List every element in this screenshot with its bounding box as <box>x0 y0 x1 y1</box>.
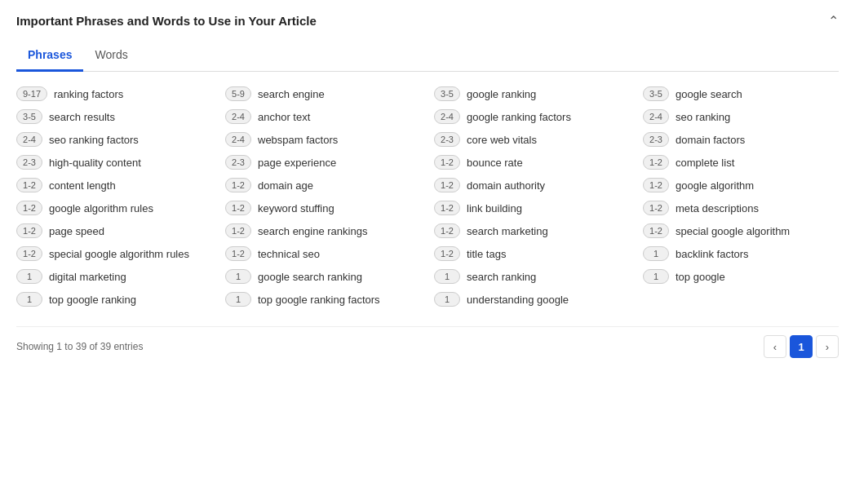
phrase-badge: 2-3 <box>16 155 42 170</box>
phrase-label: domain age <box>258 179 313 192</box>
tab-phrases[interactable]: Phrases <box>16 42 83 72</box>
phrase-badge: 3-5 <box>643 86 669 101</box>
list-item: 1-2complete list <box>643 155 839 170</box>
list-item: 1understanding google <box>434 292 630 307</box>
phrase-label: top google ranking factors <box>258 294 380 306</box>
phrase-badge: 1-2 <box>225 201 251 215</box>
phrase-badge: 1 <box>434 292 460 307</box>
list-item: 3-5search results <box>16 109 212 124</box>
phrase-label: google ranking <box>467 88 536 100</box>
phrase-label: special google algorithm rules <box>49 248 189 260</box>
collapse-icon[interactable]: ⌃ <box>828 13 839 29</box>
list-item: 2-4seo ranking factors <box>16 132 212 147</box>
phrase-label: seo ranking factors <box>49 134 139 146</box>
phrase-badge: 2-3 <box>643 132 669 147</box>
list-item: 9-17ranking factors <box>16 86 212 101</box>
list-item: 1-2content length <box>16 178 212 192</box>
pagination: ‹ 1 › <box>764 335 839 358</box>
phrase-badge: 2-4 <box>225 132 251 147</box>
phrase-label: search engine <box>258 88 325 100</box>
phrase-label: core web vitals <box>467 134 537 146</box>
phrase-label: google algorithm rules <box>49 202 153 214</box>
tab-words[interactable]: Words <box>83 42 139 72</box>
prev-page-button[interactable]: ‹ <box>764 335 786 358</box>
phrase-label: google ranking factors <box>467 111 571 123</box>
phrase-label: top google ranking <box>49 294 136 306</box>
list-item: 1top google ranking <box>16 292 212 307</box>
phrase-badge: 1-2 <box>16 223 42 238</box>
list-item: 1-2special google algorithm rules <box>16 246 212 261</box>
phrase-label: complete list <box>676 157 734 169</box>
list-item: 1top google ranking factors <box>225 292 421 307</box>
list-item: 1-2page speed <box>16 223 212 238</box>
phrase-label: page experience <box>258 157 336 169</box>
list-item: 1search ranking <box>434 269 630 284</box>
list-item: 1top google <box>643 269 839 284</box>
phrase-label: webspam factors <box>258 134 338 146</box>
list-item: 2-4google ranking factors <box>434 109 630 124</box>
phrase-badge: 2-3 <box>225 155 251 170</box>
list-item: 1backlink factors <box>643 246 839 261</box>
phrase-label: google algorithm <box>676 179 754 192</box>
phrase-badge: 1 <box>643 269 669 284</box>
list-item: 3-5google ranking <box>434 86 630 101</box>
phrase-badge: 1-2 <box>225 223 251 238</box>
list-item: 2-3core web vitals <box>434 132 630 147</box>
phrase-badge: 1-2 <box>434 155 460 170</box>
phrase-label: backlink factors <box>676 248 749 260</box>
list-item: 1-2title tags <box>434 246 630 261</box>
list-item: 2-3page experience <box>225 155 421 170</box>
phrase-label: title tags <box>467 248 506 260</box>
list-item: 1digital marketing <box>16 269 212 284</box>
current-page-button[interactable]: 1 <box>790 335 813 358</box>
phrase-badge: 1-2 <box>16 201 42 215</box>
list-item: 3-5google search <box>643 86 839 101</box>
list-item: 2-3domain factors <box>643 132 839 147</box>
phrase-badge: 1-2 <box>643 223 669 238</box>
phrase-label: bounce rate <box>467 157 523 169</box>
list-item: 5-9search engine <box>225 86 421 101</box>
list-item: 1-2meta descriptions <box>643 201 839 215</box>
table-footer: Showing 1 to 39 of 39 entries ‹ 1 › <box>16 326 839 358</box>
phrase-label: search results <box>49 111 115 123</box>
phrase-badge: 1-2 <box>16 178 42 192</box>
list-item: 1-2search marketing <box>434 223 630 238</box>
phrase-badge: 1 <box>643 246 669 261</box>
phrase-label: domain authority <box>467 179 545 192</box>
next-page-button[interactable]: › <box>816 335 839 358</box>
phrases-grid: 9-17ranking factors5-9search engine3-5go… <box>16 86 839 307</box>
phrase-badge: 1 <box>225 292 251 307</box>
phrase-badge: 1 <box>16 269 42 284</box>
phrase-badge: 2-3 <box>434 132 460 147</box>
phrase-badge: 2-4 <box>225 109 251 124</box>
phrase-badge: 2-4 <box>434 109 460 124</box>
list-item: 2-3high-quality content <box>16 155 212 170</box>
list-item: 1-2technical seo <box>225 246 421 261</box>
phrase-badge: 1-2 <box>434 178 460 192</box>
phrase-label: google search ranking <box>258 271 362 283</box>
phrase-badge: 1-2 <box>225 178 251 192</box>
phrase-badge: 1-2 <box>16 246 42 261</box>
list-item: 1-2domain age <box>225 178 421 192</box>
phrase-label: digital marketing <box>49 271 126 283</box>
phrase-label: content length <box>49 179 116 192</box>
list-item: 1-2link building <box>434 201 630 215</box>
phrase-label: special google algorithm <box>676 225 790 237</box>
tabs-container: Phrases Words <box>16 42 839 72</box>
phrase-label: understanding google <box>467 294 569 306</box>
phrase-label: keyword stuffing <box>258 202 334 214</box>
list-item: 2-4seo ranking <box>643 109 839 124</box>
list-item: 2-4anchor text <box>225 109 421 124</box>
phrase-badge: 1-2 <box>643 155 669 170</box>
phrase-badge: 1-2 <box>643 201 669 215</box>
section-title: Important Phrases and Words to Use in Yo… <box>16 14 317 28</box>
list-item: 1-2keyword stuffing <box>225 201 421 215</box>
phrase-badge: 5-9 <box>225 86 251 101</box>
list-item: 1-2google algorithm <box>643 178 839 192</box>
list-item: 1-2google algorithm rules <box>16 201 212 215</box>
phrase-label: meta descriptions <box>676 202 759 214</box>
phrase-label: search engine rankings <box>258 225 367 237</box>
phrase-badge: 1 <box>16 292 42 307</box>
list-item: 1google search ranking <box>225 269 421 284</box>
phrase-badge: 1 <box>434 269 460 284</box>
